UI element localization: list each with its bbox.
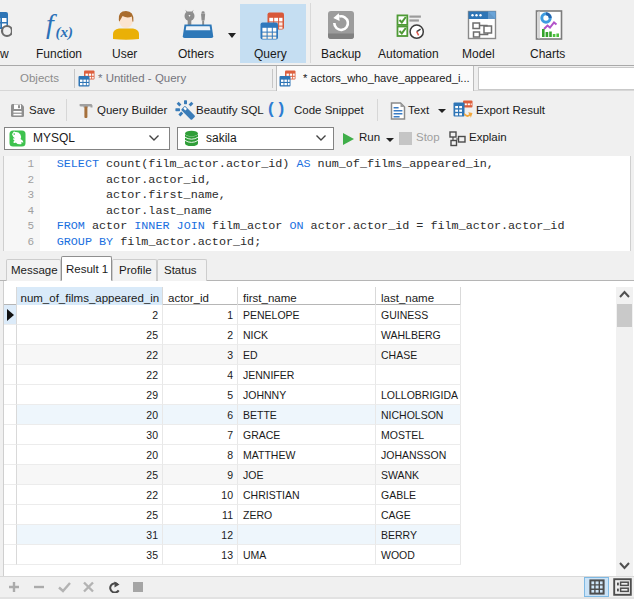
svg-text:(x): (x) (56, 24, 74, 41)
